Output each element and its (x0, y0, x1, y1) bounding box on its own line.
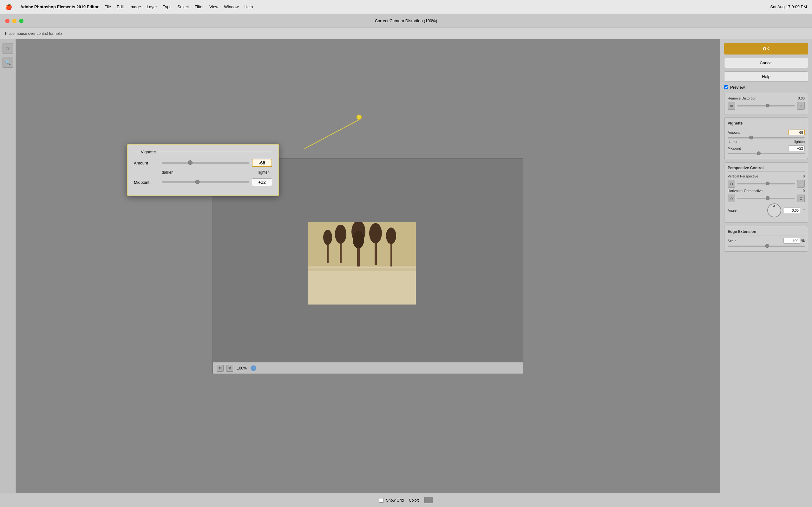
preview-checkbox[interactable] (724, 85, 728, 89)
scale-slider-row (728, 245, 805, 247)
titlebar: Correct Camera Distortion (100%) (0, 14, 812, 28)
angle-value-input[interactable] (784, 208, 800, 213)
collapse-btn[interactable]: ⊟ (217, 365, 223, 372)
popup-amount-value[interactable]: -68 (252, 159, 272, 167)
popup-midpoint-slider[interactable] (162, 181, 249, 183)
show-grid-checkbox[interactable] (379, 498, 384, 503)
vertical-perspective-value: 0 (793, 174, 805, 178)
perspective-section-title: Perspective Control (728, 166, 805, 172)
angle-label: Angle: (728, 209, 738, 212)
angle-row: Angle: ° (728, 204, 805, 217)
remove-distortion-row: Remove Distortion 0.00 (728, 96, 805, 100)
svg-rect-12 (308, 267, 416, 304)
vignette-lighten-label: lighten (795, 140, 805, 144)
vignette-amount-label: Amount (728, 130, 740, 134)
menu-view[interactable]: View (209, 4, 218, 9)
vertical-right-icon[interactable]: ⬡ (797, 180, 805, 187)
help-button[interactable]: Help (724, 71, 808, 82)
vignette-midpoint-thumb[interactable] (757, 152, 761, 155)
right-panel: OK Cancel Help Preview Remove Distortion… (720, 39, 812, 493)
popup-amount-slider[interactable] (162, 162, 249, 164)
menu-edit[interactable]: Edit (117, 4, 124, 9)
menu-filter[interactable]: Filter (194, 4, 204, 9)
hand-tool[interactable]: ☞ (3, 43, 13, 54)
maximize-button[interactable] (19, 19, 23, 23)
horizontal-perspective-value: 0 (793, 189, 805, 193)
color-label: Color: (409, 498, 419, 503)
menu-help[interactable]: Help (245, 4, 253, 9)
vignette-amount-input[interactable] (788, 130, 805, 135)
scale-value-input[interactable] (783, 238, 800, 244)
vignette-section: Vignette Amount darken lighten (724, 118, 808, 159)
menubar-time: Sat Aug 17 9:09 PM (770, 4, 807, 9)
popup-midpoint-thumb[interactable] (195, 180, 200, 184)
zoom-arrow-btn[interactable] (251, 365, 256, 371)
preview-label: Preview (730, 85, 745, 90)
close-button[interactable] (5, 19, 9, 23)
horizontal-perspective-slider[interactable] (737, 198, 795, 199)
menu-file[interactable]: File (104, 4, 111, 9)
popup-title: Vignette (141, 150, 156, 154)
perspective-control-section: Perspective Control Vertical Perspective… (724, 162, 808, 223)
vignette-midpoint-row: Midpoint (728, 146, 805, 151)
horizontal-right-icon[interactable]: ⬡ (797, 194, 805, 202)
color-swatch[interactable] (424, 498, 433, 503)
vignette-amount-thumb[interactable] (749, 135, 753, 139)
scale-slider[interactable] (728, 245, 805, 247)
remove-distortion-slider[interactable] (737, 105, 795, 107)
vignette-midpoint-slider[interactable] (728, 153, 805, 154)
menu-window[interactable]: Window (224, 4, 239, 9)
distortion-left-icon[interactable]: ⊞ (728, 102, 735, 110)
popup-midpoint-value[interactable]: +22 (252, 178, 272, 186)
scale-thumb[interactable] (765, 244, 769, 248)
menu-select[interactable]: Select (177, 4, 189, 9)
vignette-midpoint-input[interactable] (788, 146, 805, 151)
canvas-area: ⊟ ⊞ 100% Vignette Amount (16, 39, 720, 493)
popup-darken-lighten-row: darken lighten (134, 170, 272, 175)
vignette-amount-slider-row (728, 137, 805, 138)
apple-menu[interactable]: 🍎 (5, 3, 12, 10)
edge-extension-title: Edge Extension (728, 229, 805, 235)
menu-layer[interactable]: Layer (147, 4, 157, 9)
expand-btn[interactable]: ⊞ (226, 365, 233, 372)
bottom-bar: Show Grid Color: (0, 493, 812, 507)
angle-dial[interactable] (767, 204, 781, 217)
distortion-right-icon[interactable]: ⊟ (797, 102, 805, 110)
angle-degree-symbol: ° (803, 209, 805, 212)
vertical-perspective-slider[interactable] (737, 183, 795, 184)
vertical-perspective-thumb[interactable] (766, 181, 769, 185)
vignette-amount-slider[interactable] (728, 137, 805, 138)
angle-container: ° (767, 204, 805, 217)
edge-extension-section: Edge Extension Scale % (724, 226, 808, 251)
menubar: 🍎 Adobe Photoshop Elements 2019 Editor F… (0, 0, 812, 14)
show-grid-container: Show Grid (379, 498, 404, 503)
horizontal-left-icon[interactable]: ⬡ (728, 194, 735, 202)
popup-amount-thumb[interactable] (188, 160, 193, 165)
vertical-left-icon[interactable]: ⬡ (728, 180, 735, 187)
vertical-perspective-label: Vertical Perspective (728, 174, 758, 178)
vertical-perspective-slider-row: ⬡ ⬡ (728, 180, 805, 187)
left-toolbar: ☞ 🔍 (0, 39, 16, 493)
svg-point-14 (357, 115, 362, 120)
remove-distortion-thumb[interactable] (766, 104, 769, 107)
minimize-button[interactable] (12, 19, 16, 23)
app-name: Adobe Photoshop Elements 2019 Editor (20, 4, 99, 9)
vignette-darken-lighten-row: darken lighten (728, 140, 805, 144)
svg-point-5 (335, 225, 346, 244)
menu-type[interactable]: Type (163, 4, 171, 9)
zoom-level: 100% (237, 366, 247, 371)
vignette-midpoint-slider-row (728, 153, 805, 154)
popup-midpoint-label: Midpoint (134, 180, 159, 185)
menu-image[interactable]: Image (130, 4, 141, 9)
cancel-button[interactable]: Cancel (724, 58, 808, 68)
vignette-popup: Vignette Amount -68 darken lighten (127, 144, 279, 196)
zoom-tool[interactable]: 🔍 (3, 57, 13, 68)
app-container: Place mouse over control for help ☞ 🔍 (0, 28, 812, 507)
popup-midpoint-row: Midpoint +22 (134, 178, 272, 186)
ok-button[interactable]: OK (724, 43, 808, 55)
svg-point-7 (369, 223, 382, 243)
horizontal-perspective-thumb[interactable] (766, 196, 769, 200)
dialog-title: Correct Camera Distortion (100%) (375, 18, 438, 23)
scale-pct-label: % (801, 239, 805, 243)
vertical-perspective-row: Vertical Perspective 0 (728, 174, 805, 178)
